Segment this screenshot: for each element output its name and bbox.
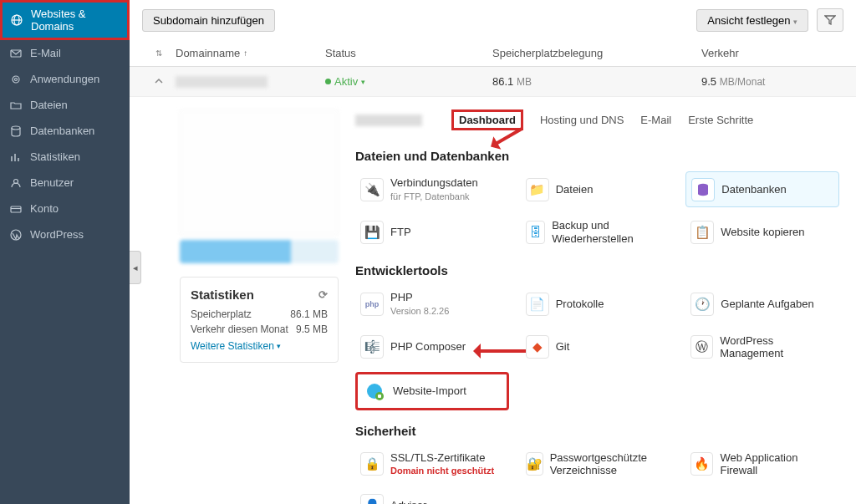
nav-label: Anwendungen	[30, 73, 99, 85]
sidebar: Websites & Domains E-Mail Anwendungen Da…	[0, 0, 130, 504]
item-copy[interactable]: 📋 Website kopieren	[685, 214, 839, 250]
domain-row[interactable]: Aktiv ▾ 86.1 MB 9.5 MB/Monat	[130, 67, 856, 97]
tabs: Dashboard Hosting und DNS E-Mail Erste S…	[355, 109, 839, 135]
item-logs[interactable]: 📄 Protokolle	[521, 286, 675, 322]
backup-icon: 🗄	[526, 221, 545, 244]
globe-icon	[11, 14, 23, 26]
item-databases[interactable]: Datenbanken	[685, 171, 839, 207]
nav-databases[interactable]: Datenbanken	[0, 118, 130, 144]
tab-dashboard[interactable]: Dashboard	[451, 109, 523, 130]
tab-email[interactable]: E-Mail	[640, 112, 671, 128]
stats-box: Statistiken ⟳ Speicherplatz 86.1 MB Verk…	[180, 277, 339, 363]
col-domain-header[interactable]: Domainname ↑	[176, 47, 325, 59]
site-preview-bar	[180, 240, 339, 263]
callout-arrow-import	[476, 349, 526, 353]
item-composer[interactable]: 🎼 PHP Composer	[355, 329, 509, 365]
clock-icon: 🕐	[690, 293, 714, 316]
git-icon: ◆	[526, 335, 549, 359]
stats-traffic-value: 9.5 MB	[296, 323, 328, 335]
col-status-header[interactable]: Status	[325, 47, 492, 59]
plug-icon: 🔌	[360, 178, 384, 201]
item-pwdir[interactable]: 🔐 Passwortgeschützte Verzeichnisse	[521, 446, 675, 482]
chevron-down-icon: ▾	[277, 342, 281, 350]
item-php[interactable]: php PHP Version 8.2.26	[355, 286, 509, 322]
stats-storage-value: 86.1 MB	[290, 308, 328, 320]
nav-statistics[interactable]: Statistiken	[0, 144, 130, 170]
item-git[interactable]: ◆ Git	[521, 329, 675, 365]
status-badge[interactable]: Aktiv ▾	[325, 75, 492, 88]
nav-wordpress[interactable]: WordPress	[0, 221, 130, 247]
item-advisor[interactable]: 👤 Advisor	[355, 489, 509, 504]
sort-asc-icon: ↑	[243, 48, 247, 58]
svg-marker-14	[825, 16, 835, 24]
row-collapse-icon[interactable]	[142, 78, 176, 86]
stats-title: Statistiken	[191, 288, 254, 302]
nav-users[interactable]: Benutzer	[0, 170, 130, 196]
logs-icon: 📄	[526, 293, 549, 316]
storage-value: 86.1 MB	[492, 75, 701, 88]
site-preview	[180, 109, 339, 235]
traffic-value: 9.5 MB/Monat	[701, 75, 843, 88]
col-storage-header[interactable]: Speicherplatzbelegung	[492, 47, 701, 59]
fire-icon: 🔥	[690, 452, 713, 476]
database-icon	[691, 178, 715, 201]
section-security: Sicherheit	[355, 424, 839, 438]
pwdir-icon: 🔐	[526, 452, 543, 476]
nav-label: Dateien	[30, 99, 68, 111]
sidebar-collapse-handle[interactable]: ◂	[130, 251, 141, 284]
main-area: Subdomain hinzufügen Ansicht festlegen ▾…	[130, 0, 856, 504]
set-view-button[interactable]: Ansicht festlegen ▾	[696, 9, 808, 32]
chart-icon	[10, 151, 22, 163]
item-ftp[interactable]: 💾 FTP	[355, 214, 509, 250]
database-icon	[10, 125, 22, 137]
tab-hosting[interactable]: Hosting und DNS	[540, 112, 624, 128]
item-scheduled[interactable]: 🕐 Geplante Aufgaben	[685, 286, 839, 322]
nav-email[interactable]: E-Mail	[0, 40, 130, 66]
svg-point-6	[12, 126, 20, 130]
item-backup[interactable]: 🗄 Backup und Wiederherstellen	[521, 214, 675, 250]
nav-label: Websites & Domains	[31, 8, 119, 33]
lock-icon: 🔒	[360, 452, 384, 476]
item-wordpress[interactable]: Ⓦ WordPress Management	[685, 329, 839, 365]
right-pane: Dashboard Hosting und DNS E-Mail Erste S…	[355, 109, 839, 504]
item-files[interactable]: 📁 Dateien	[521, 171, 675, 207]
nav-label: WordPress	[30, 228, 84, 241]
status-dot-icon	[325, 79, 331, 84]
svg-point-5	[15, 78, 18, 80]
advisor-icon: 👤	[360, 494, 384, 504]
gear-icon	[10, 74, 22, 85]
item-connection[interactable]: 🔌 Verbindungsdaten für FTP, Datenbank	[355, 171, 509, 207]
item-waf[interactable]: 🔥 Web Application Firewall	[685, 446, 839, 482]
domain-details: Statistiken ⟳ Speicherplatz 86.1 MB Verk…	[130, 97, 856, 504]
nav-websites-domains[interactable]: Websites & Domains	[0, 0, 130, 40]
nav-label: E-Mail	[30, 47, 61, 59]
col-traffic-header[interactable]: Verkehr	[701, 47, 843, 59]
nav-applications[interactable]: Anwendungen	[0, 66, 130, 92]
nav-label: Konto	[30, 202, 59, 215]
copy-icon: 📋	[690, 221, 714, 244]
domain-cell	[176, 76, 325, 88]
blurred-domain	[355, 115, 422, 126]
item-ssl[interactable]: 🔒 SSL/TLS-Zertifikate Domain nicht gesch…	[355, 446, 509, 482]
refresh-icon[interactable]: ⟳	[318, 288, 328, 301]
nav-files[interactable]: Dateien	[0, 92, 130, 118]
left-pane: Statistiken ⟳ Speicherplatz 86.1 MB Verk…	[180, 109, 339, 504]
user-icon	[10, 177, 22, 189]
filter-button[interactable]	[817, 8, 843, 32]
wordpress-icon: Ⓦ	[690, 335, 713, 359]
nav-label: Datenbanken	[30, 125, 94, 137]
tab-firststeps[interactable]: Erste Schritte	[688, 112, 753, 128]
sort-toggle[interactable]: ⇅	[142, 47, 176, 59]
stats-storage-label: Speicherplatz	[191, 308, 252, 320]
card-icon	[10, 203, 22, 215]
chevron-down-icon: ▾	[361, 78, 365, 86]
envelope-icon	[10, 48, 22, 59]
section-files-db: Dateien und Datenbanken	[355, 149, 839, 163]
nav-account[interactable]: Konto	[0, 196, 130, 221]
more-stats-link[interactable]: Weitere Statistiken ▾	[191, 340, 328, 352]
item-website-import[interactable]: Website-Import	[355, 372, 509, 410]
svg-point-16	[698, 187, 708, 191]
stats-traffic-label: Verkehr diesen Monat	[191, 323, 288, 335]
add-subdomain-button[interactable]: Subdomain hinzufügen	[142, 9, 275, 32]
svg-rect-19	[378, 395, 381, 398]
